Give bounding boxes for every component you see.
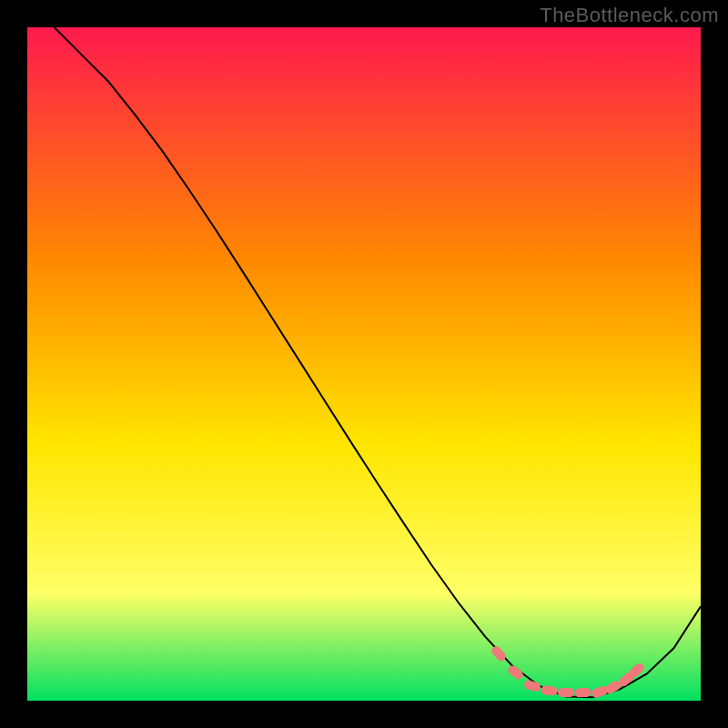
marker-dash	[558, 688, 574, 697]
chart-container: TheBottleneck.com	[0, 0, 728, 728]
plot-area	[27, 27, 701, 701]
watermark-text: TheBottleneck.com	[540, 4, 719, 27]
marker-dash	[574, 688, 591, 698]
bottleneck-curve-chart	[0, 0, 728, 728]
